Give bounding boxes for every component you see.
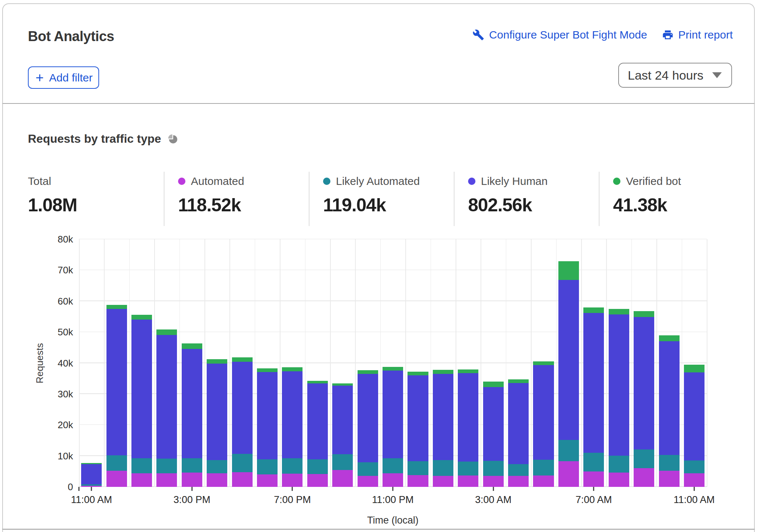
bar-slot-14 xyxy=(431,239,456,487)
bar-segment-likely-automated xyxy=(458,462,478,475)
stat-label: Likely Automated xyxy=(336,175,420,187)
bar-segment-likely-automated xyxy=(358,462,378,476)
stat-label-row: Likely Automated xyxy=(323,175,454,188)
stat-label: Likely Human xyxy=(481,175,548,187)
bar-segment-verified-bot xyxy=(558,261,579,280)
add-filter-label: Add filter xyxy=(49,72,93,84)
time-range-dropdown[interactable]: Last 24 hours xyxy=(618,63,732,88)
bar-segment-likely-human xyxy=(307,383,328,459)
bar-segment-verified-bot xyxy=(634,311,654,317)
bar-slot-9 xyxy=(305,239,330,487)
bar-segment-likely-human xyxy=(634,317,654,449)
legend-dot xyxy=(178,178,185,185)
bar-segment-verified-bot xyxy=(106,305,127,309)
x-tick xyxy=(191,487,192,491)
stat-automated[interactable]: Automated118.52k xyxy=(164,172,309,226)
bar-segment-likely-automated xyxy=(207,460,227,473)
bar-slot-24 xyxy=(682,239,707,487)
stat-label-row: Likely Human xyxy=(468,175,599,188)
y-axis-title: Requests xyxy=(34,343,46,383)
bar-segment-likely-human xyxy=(232,362,253,454)
bar-segment-likely-automated xyxy=(332,454,353,470)
bar-segment-automated xyxy=(583,471,604,487)
bar-segment-verified-bot xyxy=(257,368,278,372)
bar-segment-likely-human xyxy=(81,464,102,484)
chevron-down-icon xyxy=(712,72,722,78)
bar-segment-automated xyxy=(458,475,478,487)
bar-segment-likely-human xyxy=(508,383,529,464)
bar-segment-likely-automated xyxy=(433,460,453,476)
y-tick-label: 30k xyxy=(58,388,73,400)
bar-segment-automated xyxy=(307,474,328,487)
legend-dot xyxy=(468,178,475,185)
bar-slot-10 xyxy=(330,239,355,487)
stat-verified-bot[interactable]: Verified bot41.38k xyxy=(599,172,734,226)
bar-segment-likely-automated xyxy=(533,460,554,475)
x-tick-label: 7:00 AM xyxy=(576,494,612,506)
bar-segment-likely-automated xyxy=(408,461,428,475)
bar-segment-likely-automated xyxy=(483,461,504,476)
bar-segment-likely-automated xyxy=(131,458,152,473)
bars xyxy=(79,239,707,487)
bar-segment-automated xyxy=(332,470,353,487)
x-tick-label: 7:00 PM xyxy=(274,494,311,506)
add-filter-button[interactable]: Add filter xyxy=(28,66,99,89)
bar-segment-likely-automated xyxy=(282,458,303,473)
bar-slot-7 xyxy=(255,239,280,487)
bar-segment-automated xyxy=(282,474,303,487)
bar-segment-automated xyxy=(81,486,102,487)
bar-segment-likely-human xyxy=(558,280,579,440)
bot-analytics-page: Bot Analytics Configure Super Bot Fight … xyxy=(0,0,757,532)
bar-segment-likely-automated xyxy=(307,459,328,474)
stat-likely-human[interactable]: Likely Human802.56k xyxy=(454,172,599,226)
bar-segment-likely-human xyxy=(483,387,504,461)
print-report-link[interactable]: Print report xyxy=(662,29,733,41)
bar-segment-likely-automated xyxy=(106,455,127,471)
configure-link-label: Configure Super Bot Fight Mode xyxy=(489,29,647,41)
configure-super-bot-fight-mode-link[interactable]: Configure Super Bot Fight Mode xyxy=(472,29,647,41)
bar-12-00-am-13 xyxy=(408,372,428,487)
bar-slot-11 xyxy=(355,239,380,487)
bar-12-00-pm-1 xyxy=(106,305,127,487)
bar-slot-2 xyxy=(129,239,154,487)
stat-likely-automated[interactable]: Likely Automated119.04k xyxy=(309,172,454,226)
stat-value: 802.56k xyxy=(468,194,599,216)
y-tick-label: 60k xyxy=(58,295,73,307)
stats-row: Total1.08MAutomated118.52kLikely Automat… xyxy=(28,172,734,226)
stat-value: 118.52k xyxy=(178,194,309,216)
bar-5-00-pm-6 xyxy=(232,357,253,487)
bar-segment-likely-automated xyxy=(257,459,278,474)
bar-slot-19 xyxy=(556,239,581,487)
x-tick-label: 11:00 AM xyxy=(674,494,715,506)
bar-segment-likely-human xyxy=(332,386,353,454)
header-links: Configure Super Bot Fight Mode Print rep… xyxy=(472,29,733,41)
x-axis-title: Time (local) xyxy=(367,515,419,526)
bar-segment-likely-automated xyxy=(684,460,705,473)
bar-segment-likely-human xyxy=(659,341,680,455)
bar-segment-automated xyxy=(609,473,629,487)
wrench-icon xyxy=(472,29,484,41)
stat-label: Verified bot xyxy=(626,175,681,187)
bar-slot-12 xyxy=(380,239,405,487)
bar-slot-17 xyxy=(506,239,531,487)
bar-segment-likely-automated xyxy=(583,453,604,471)
bar-slot-6 xyxy=(229,239,254,487)
bar-7-00-pm-8 xyxy=(282,367,303,487)
y-tick-label: 70k xyxy=(58,265,73,276)
bar-1-00-am-14 xyxy=(433,370,453,487)
bar-segment-automated xyxy=(483,476,504,487)
section-title-row: Requests by traffic type xyxy=(28,132,178,146)
bar-segment-automated xyxy=(508,476,529,487)
bar-slot-23 xyxy=(656,239,681,487)
bar-segment-verified-bot xyxy=(433,370,453,374)
requests-chart: Requests 010k20k30k40k50k60k70k80k11:00 … xyxy=(79,239,707,487)
bar-segment-automated xyxy=(232,472,253,487)
page-title: Bot Analytics xyxy=(28,29,114,44)
print-link-label: Print report xyxy=(678,29,733,41)
bar-segment-likely-automated xyxy=(182,458,202,473)
stat-label-row: Automated xyxy=(178,175,309,188)
bar-segment-verified-bot xyxy=(684,365,705,372)
bar-slot-21 xyxy=(606,239,631,487)
bar-segment-likely-human xyxy=(433,374,453,460)
bar-segment-likely-human xyxy=(609,314,629,456)
